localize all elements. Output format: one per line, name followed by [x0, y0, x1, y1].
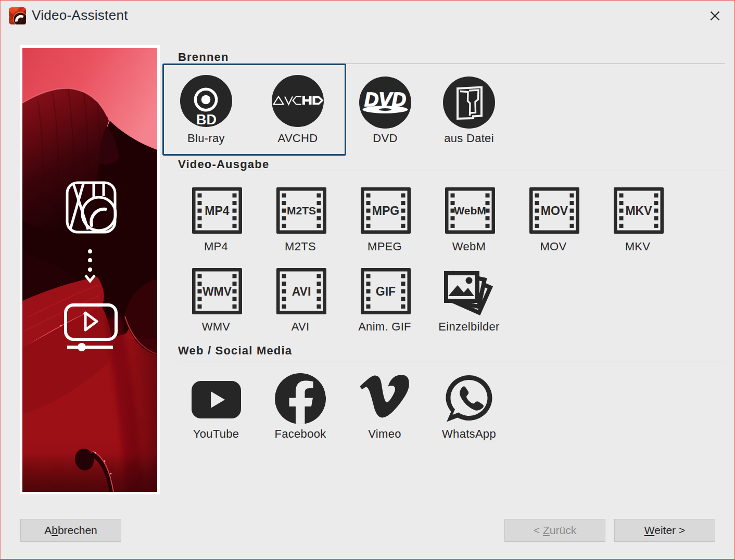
- svg-text:BD: BD: [196, 112, 217, 127]
- svg-text:WMV: WMV: [202, 285, 232, 298]
- svg-text:MPG: MPG: [372, 204, 399, 218]
- svg-text:WebM: WebM: [454, 205, 486, 217]
- svg-text:GIF: GIF: [376, 285, 396, 298]
- svg-text:M2TS: M2TS: [287, 205, 316, 217]
- svg-text:MP4: MP4: [205, 204, 230, 218]
- svg-text:MKV: MKV: [625, 204, 652, 218]
- svg-text:AVI: AVI: [292, 285, 311, 298]
- svg-text:MOV: MOV: [541, 204, 568, 218]
